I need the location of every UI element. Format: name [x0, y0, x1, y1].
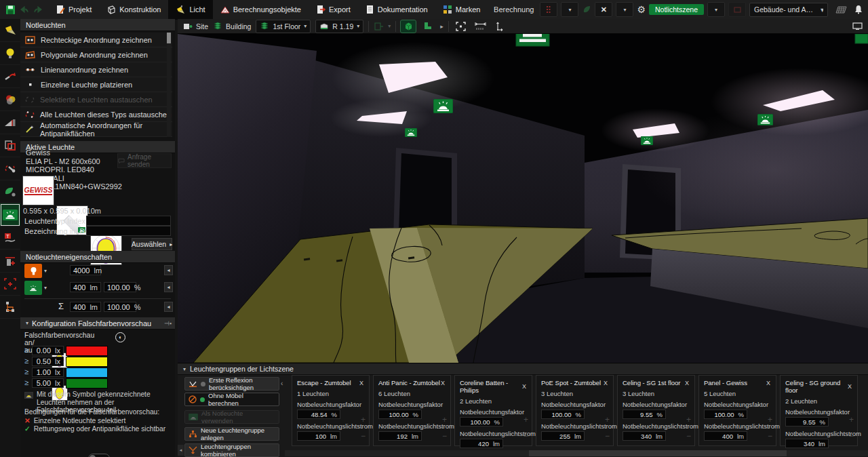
- scene-edit-button[interactable]: [728, 2, 746, 17]
- falschfarben-header[interactable]: ▾ Konfiguration Falschfarbenvorschau ⊣▪: [20, 317, 175, 330]
- first-reflection-button[interactable]: Erste Reflexion berücksichtigen: [184, 377, 279, 391]
- pin-icon[interactable]: ⊣▪: [164, 320, 172, 327]
- factor-input[interactable]: 100.00%: [378, 410, 422, 419]
- tab-konstruktion[interactable]: Konstruktion: [99, 0, 168, 19]
- increase-button[interactable]: +: [361, 416, 366, 423]
- redo-icon[interactable]: [33, 5, 43, 14]
- use-as-emergency-button[interactable]: Als Notleuchte verwenden: [184, 410, 279, 424]
- building-button[interactable]: Building: [213, 22, 251, 31]
- notification-bell-icon[interactable]: [854, 5, 863, 14]
- main-flux-input[interactable]: 4000lm: [70, 265, 101, 275]
- increase-button[interactable]: +: [768, 416, 772, 423]
- tab-export[interactable]: Export: [309, 0, 358, 19]
- dimming-tool-icon[interactable]: [0, 111, 20, 134]
- bulb-tool-icon[interactable]: [0, 42, 20, 65]
- select-luminaire-button[interactable]: Auswählen▸: [132, 238, 172, 250]
- light-groups-header[interactable]: ▾ Leuchtengruppen der Lichtszene: [178, 363, 868, 375]
- cards-horizontal-scrollbar[interactable]: [285, 450, 868, 456]
- emergency-badge-icon[interactable]: [641, 136, 653, 145]
- emergency-flux-input[interactable]: 400lm: [70, 282, 101, 292]
- flux-input[interactable]: 255lm: [541, 431, 585, 441]
- flux-input[interactable]: 100lm: [297, 431, 340, 441]
- settings-gear-icon[interactable]: ⚙: [637, 4, 646, 15]
- tool-replace-selected[interactable]: Selektierte Leuchten austauschen: [20, 92, 172, 107]
- threshold-input-2[interactable]: 0.50lx: [32, 357, 64, 366]
- factor-input[interactable]: 100.00%: [460, 417, 503, 426]
- solar-panel-icon[interactable]: [835, 6, 847, 14]
- factor-input[interactable]: 100.00%: [541, 410, 585, 419]
- threshold-input-1[interactable]: 0.00lx: [32, 346, 64, 355]
- dwg-name-input[interactable]: [86, 226, 171, 236]
- panel-collapse-button[interactable]: ◂: [178, 445, 184, 456]
- zoom-fit-icon[interactable]: [454, 20, 469, 33]
- add-region-tool-icon[interactable]: [0, 273, 20, 296]
- increase-button[interactable]: +: [605, 416, 610, 423]
- height-measure-icon[interactable]: [493, 20, 508, 33]
- scrollbar-thumb[interactable]: [529, 450, 787, 456]
- main-flux-expand-button[interactable]: ◂: [164, 265, 173, 275]
- decrease-button[interactable]: −: [686, 433, 691, 439]
- colors-tool-icon[interactable]: [0, 88, 20, 111]
- falsecolor-toggle[interactable]: [88, 454, 110, 457]
- cards-scroll-left[interactable]: ‹: [281, 380, 283, 387]
- decrease-button[interactable]: −: [768, 433, 772, 439]
- increase-button[interactable]: +: [849, 416, 854, 423]
- sum-flux-input[interactable]: 400lm: [70, 302, 101, 312]
- emergency-badge-icon[interactable]: [757, 114, 773, 125]
- request-quote-button[interactable]: Anfrage senden: [117, 153, 172, 168]
- tab-dokumentation[interactable]: Dokumentation: [358, 0, 435, 19]
- emergency-light-dropdown[interactable]: ▾: [44, 285, 47, 291]
- replace-tool-icon[interactable]: [0, 157, 20, 180]
- factor-input[interactable]: 100.00%: [704, 410, 747, 419]
- emergency-light-icon[interactable]: [24, 281, 42, 295]
- move-luminaire-tool-icon[interactable]: [0, 65, 20, 88]
- tab-licht[interactable]: Licht: [168, 0, 212, 19]
- flux-input[interactable]: 400lm: [704, 431, 747, 441]
- view-more-arrow[interactable]: ▸: [440, 23, 443, 30]
- emergency-flux-expand-button[interactable]: ◂: [164, 282, 173, 292]
- site-button[interactable]: Site: [183, 22, 208, 31]
- viewport-3d[interactable]: [178, 34, 868, 363]
- decrease-button[interactable]: −: [849, 433, 854, 439]
- factor-input[interactable]: 9.55%: [785, 417, 829, 426]
- room-select[interactable]: R 1.19▾: [315, 20, 363, 33]
- combine-groups-button[interactable]: Leuchtengruppen kombinieren: [184, 443, 279, 457]
- brand-logo-thumbnail[interactable]: GEWiSS: [22, 176, 54, 205]
- tool-rect-arrangement[interactable]: Rechteckige Anordnung zeichnen: [20, 33, 172, 47]
- without-furniture-button[interactable]: Ohne Möbel berechnen: [184, 393, 279, 406]
- view-3d-button[interactable]: [401, 20, 416, 33]
- tool-auto-antipanic[interactable]: Automatische Anordnungen für Antipanikfl…: [20, 122, 172, 137]
- context-select[interactable]: Gebäude- und Außenpla... ▾: [749, 3, 828, 17]
- tab-marken[interactable]: Marken: [435, 0, 488, 19]
- threshold-input-4[interactable]: 5.00lx: [32, 378, 64, 388]
- decrease-button[interactable]: −: [442, 433, 447, 439]
- close-icon[interactable]: X: [766, 380, 771, 386]
- close-icon[interactable]: X: [684, 380, 690, 386]
- emergency-badge-icon[interactable]: [405, 128, 417, 137]
- scene-button[interactable]: Notlichtszene: [649, 4, 704, 15]
- factor-input[interactable]: 48.54%: [297, 410, 340, 419]
- cancel-calculation-button[interactable]: ✕: [595, 2, 612, 17]
- luminaire-index-input[interactable]: [86, 216, 171, 226]
- view-plan-button[interactable]: [420, 20, 435, 33]
- close-icon[interactable]: X: [521, 383, 527, 390]
- decrease-button[interactable]: −: [524, 433, 528, 439]
- text-path-tool-icon[interactable]: T: [0, 226, 20, 250]
- close-icon[interactable]: X: [440, 380, 446, 386]
- tab-projekt[interactable]: Projekt: [48, 0, 99, 19]
- sum-expand-button[interactable]: ◂: [164, 302, 173, 312]
- close-icon[interactable]: X: [359, 380, 364, 386]
- tool-place-single[interactable]: Einzelne Leuchte platzieren: [20, 77, 172, 92]
- increase-button[interactable]: +: [686, 416, 691, 423]
- tool-replace-all-type[interactable]: Alle Leuchten dieses Typs austauschen: [20, 107, 172, 122]
- floor-select[interactable]: 1st Floor▾: [256, 20, 311, 33]
- tool-line-arrangement[interactable]: Linienanordnung zeichnen: [20, 62, 172, 77]
- increase-button[interactable]: +: [524, 416, 528, 423]
- emergency-pct-input[interactable]: 100.00%: [104, 282, 136, 292]
- fullscreen-monitor-icon[interactable]: [852, 22, 863, 31]
- close-icon[interactable]: X: [603, 380, 608, 386]
- main-light-icon[interactable]: [24, 264, 42, 278]
- sum-pct-input[interactable]: 100.00%: [104, 302, 136, 312]
- decrease-button[interactable]: −: [361, 433, 366, 439]
- increase-button[interactable]: +: [442, 416, 447, 423]
